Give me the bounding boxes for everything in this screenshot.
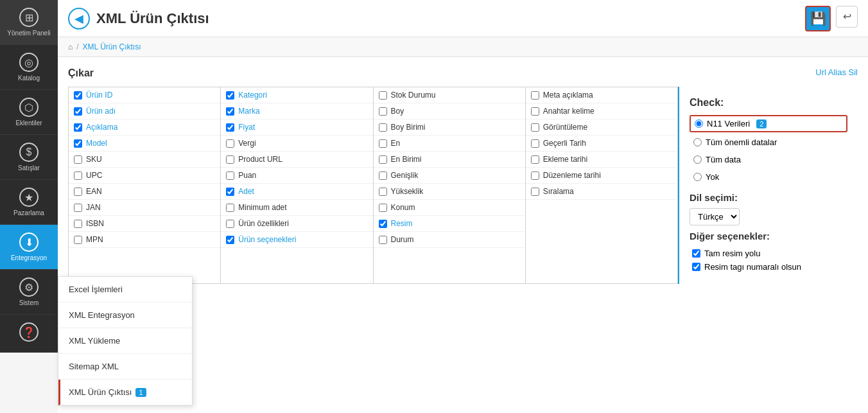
checkbox-fiyat[interactable] — [226, 123, 234, 132]
satislar-icon: $ — [19, 143, 39, 162]
radio-badge-n11: 2 — [756, 119, 767, 128]
other-label-tam_resim: Tam resim yolu — [704, 249, 760, 258]
radio-yok[interactable] — [693, 173, 702, 181]
checkbox-urun_secenekleri[interactable] — [226, 236, 234, 244]
radio-n11[interactable] — [695, 119, 703, 128]
entegrasyon-dropdown: Excel İşlemleriXML EntegrasyonXML Yüklem… — [58, 276, 193, 406]
checkbox-item-upc: UPC — [69, 168, 220, 184]
other-checkbox-tam_resim[interactable] — [692, 249, 700, 258]
sidebar-item-extra[interactable]: ❓ — [0, 315, 58, 353]
checkbox-item-boy: Boy — [374, 103, 525, 119]
checkbox-label-kategori: Kategori — [238, 91, 267, 100]
checkbox-adet[interactable] — [226, 188, 234, 196]
checkbox-konum[interactable] — [379, 204, 387, 212]
checkbox-resim[interactable] — [379, 220, 387, 228]
checkbox-minimum_adet[interactable] — [226, 204, 234, 212]
back-button[interactable]: ◀ — [68, 8, 90, 30]
checkbox-durum[interactable] — [379, 236, 387, 244]
checkbox-genislik[interactable] — [379, 171, 387, 180]
checkbox-boy_birimi[interactable] — [379, 123, 387, 132]
checkbox-item-stok_durumu: Stok Durumu — [374, 87, 525, 103]
checkbox-yukseklik[interactable] — [379, 188, 387, 196]
sidebar-item-satislar[interactable]: $ Satışlar — [0, 135, 58, 180]
radio-tum[interactable] — [693, 155, 702, 164]
checkbox-anahtar_kelime[interactable] — [531, 107, 539, 116]
column-group-2: Stok Durumu Boy Boy Birimi En En Birimi … — [374, 87, 526, 283]
url-alias-link[interactable]: Url Alias Sil — [815, 67, 858, 77]
other-option-resim_tag: Resim tagı numaralı olsun — [690, 260, 847, 274]
checkbox-aciklama[interactable] — [74, 123, 82, 132]
columns-grid: Ürün ID Ürün adı Açıklama Model SKU UPC … — [68, 87, 678, 284]
checkbox-item-ean: EAN — [69, 184, 220, 200]
checkbox-label-en_birimi: En Birimi — [391, 155, 422, 164]
checkbox-vergi[interactable] — [226, 139, 234, 148]
katalog-icon: ◎ — [19, 53, 39, 72]
sidebar-label-sistem: Sistem — [19, 299, 39, 306]
checkbox-label-model: Model — [86, 139, 107, 148]
checkbox-mpn[interactable] — [74, 236, 82, 244]
top-bar-left: ◀ XML Ürün Çıktısı — [68, 8, 209, 30]
sidebar-item-pazarlama[interactable]: ★ Pazarlama — [0, 180, 58, 225]
save-button[interactable]: 💾 — [805, 6, 831, 31]
checkbox-jan[interactable] — [74, 204, 82, 212]
sidebar-item-sistem[interactable]: ⚙ Sistem — [0, 270, 58, 315]
other-options-list: Tam resim yolu Resim tagı numaralı olsun — [690, 247, 847, 274]
checkbox-ean[interactable] — [74, 188, 82, 196]
checkbox-siralama[interactable] — [531, 188, 539, 196]
undo-button[interactable]: ↩ — [836, 6, 858, 28]
checkbox-label-jan: JAN — [86, 203, 101, 212]
other-checkbox-resim_tag[interactable] — [692, 263, 700, 271]
dropdown-item-xml_ciktisi[interactable]: XML Ürün Çıktısı1 — [58, 380, 192, 405]
checkbox-marka[interactable] — [226, 107, 234, 116]
sidebar-item-yonetim[interactable]: ⊞ Yönetim Paneli — [0, 0, 58, 45]
radio-item-yok: Yok — [690, 170, 847, 184]
checkbox-en_birimi[interactable] — [379, 155, 387, 164]
breadcrumb: ⌂ / XML Ürün Çıktısı — [58, 37, 868, 57]
checkbox-en[interactable] — [379, 139, 387, 148]
checkbox-puan[interactable] — [226, 171, 234, 180]
checkbox-boy[interactable] — [379, 107, 387, 116]
dropdown-item-sitemap[interactable]: Sitemap XML — [58, 354, 192, 380]
check-title: Check: — [690, 97, 847, 109]
checkbox-label-genislik: Genişlik — [391, 171, 419, 180]
checkbox-goruntuleme[interactable] — [531, 123, 539, 132]
breadcrumb-current[interactable]: XML Ürün Çıktısı — [83, 42, 141, 51]
checkbox-urun_adi[interactable] — [74, 107, 82, 116]
dropdown-item-excel[interactable]: Excel İşlemleri — [58, 277, 192, 303]
column-group-0: Ürün ID Ürün adı Açıklama Model SKU UPC … — [69, 87, 221, 283]
checkbox-upc[interactable] — [74, 171, 82, 180]
checkbox-urun_id[interactable] — [74, 91, 82, 100]
checkbox-meta_aciklama[interactable] — [531, 91, 539, 100]
checkbox-stok_durumu[interactable] — [379, 91, 387, 100]
checkbox-label-ean: EAN — [86, 187, 102, 196]
checkbox-duzenleme_tarihi[interactable] — [531, 171, 539, 180]
checkbox-ekleme_tarihi[interactable] — [531, 155, 539, 164]
radio-onemli[interactable] — [693, 138, 702, 146]
home-icon[interactable]: ⌂ — [68, 42, 73, 51]
checkbox-sku[interactable] — [74, 155, 82, 164]
checkbox-product_url[interactable] — [226, 155, 234, 164]
checkbox-model[interactable] — [74, 139, 82, 148]
dropdown-item-xml_entegrasyon[interactable]: XML Entegrasyon — [58, 303, 192, 328]
checkbox-item-product_url: Product URL — [221, 152, 372, 168]
checkbox-item-boy_birimi: Boy Birimi — [374, 119, 525, 136]
dropdown-badge-xml_ciktisi: 1 — [135, 388, 146, 397]
checkbox-label-gecerli_tarih: Geçerli Tarih — [543, 139, 586, 148]
sidebar-item-entegrasyon[interactable]: ⬇ Entegrasyon — [0, 225, 58, 270]
section-title: Çıkar — [68, 67, 858, 79]
checkbox-item-goruntuleme: Görüntüleme — [526, 119, 677, 136]
checkbox-item-en: En — [374, 136, 525, 152]
checkbox-item-durum: Durum — [374, 232, 525, 248]
sidebar-item-eklentiler[interactable]: ⬡ Eklentiler — [0, 90, 58, 135]
dropdown-item-xml_yukleme[interactable]: XML Yükleme — [58, 328, 192, 354]
checkbox-gecerli_tarih[interactable] — [531, 139, 539, 148]
checkbox-item-aciklama: Açıklama — [69, 119, 220, 136]
checkbox-urun_ozellikleri[interactable] — [226, 220, 234, 228]
checkbox-isbn[interactable] — [74, 220, 82, 228]
sidebar-item-katalog[interactable]: ◎ Katalog — [0, 45, 58, 90]
top-bar: ◀ XML Ürün Çıktısı 💾 ↩ — [58, 0, 868, 37]
checkbox-item-model: Model — [69, 136, 220, 152]
dil-secimi-label: Dil seçimi: — [690, 192, 847, 203]
checkbox-kategori[interactable] — [226, 91, 234, 100]
language-select[interactable]: Türkçe — [690, 208, 740, 225]
